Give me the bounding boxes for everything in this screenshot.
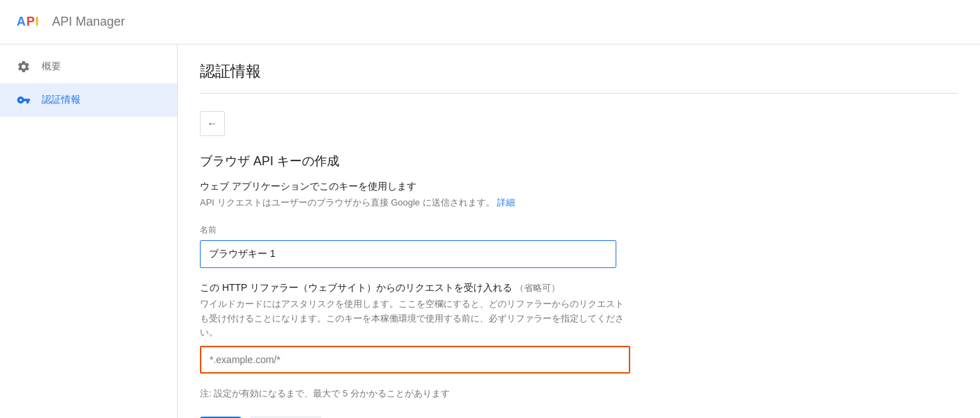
sidebar: 概要 認証情報 xyxy=(0,44,178,418)
referrer-input[interactable] xyxy=(200,346,630,374)
logo-i: I xyxy=(35,15,40,28)
http-desc: ワイルドカードにはアスタリスクを使用します。ここを空欄にすると、どのリファラーか… xyxy=(200,297,630,340)
api-logo: API xyxy=(17,15,40,29)
gear-icon xyxy=(17,60,31,74)
sidebar-label-overview: 概要 xyxy=(42,60,61,73)
content-area: ← ブラウザ API キーの作成 ウェブ アプリケーションでこのキーを使用します… xyxy=(200,94,958,418)
http-referrer-section: この HTTP リファラー（ウェブサイト）からのリクエストを受け入れる （省略可… xyxy=(200,282,958,374)
back-arrow-icon: ← xyxy=(207,117,218,130)
sidebar-item-overview[interactable]: 概要 xyxy=(0,50,177,83)
sidebar-label-credentials: 認証情報 xyxy=(42,94,81,106)
logo-area: API API Manager xyxy=(17,15,125,29)
logo-a: A xyxy=(17,15,26,28)
optional-label: （省略可） xyxy=(515,283,560,293)
key-icon xyxy=(17,93,31,107)
detail-link[interactable]: 詳細 xyxy=(497,197,515,208)
app-title: API Manager xyxy=(52,15,125,29)
note-text: 注: 設定が有効になるまで、最大で 5 分かかることがあります xyxy=(200,387,958,400)
subsection-title: ウェブ アプリケーションでこのキーを使用します xyxy=(200,181,958,193)
name-input[interactable] xyxy=(200,240,616,268)
page-title: 認証情報 xyxy=(200,61,958,94)
section-title: ブラウザ API キーの作成 xyxy=(200,153,958,169)
subsection-desc: API リクエストはユーザーのブラウザから直接 Google に送信されます。 … xyxy=(200,196,958,210)
logo-p: P xyxy=(26,15,35,28)
subsection-desc-text: API リクエストはユーザーのブラウザから直接 Google に送信されます。 xyxy=(200,197,495,208)
http-label: この HTTP リファラー（ウェブサイト）からのリクエストを受け入れる （省略可… xyxy=(200,282,958,294)
layout: 概要 認証情報 認証情報 ← ブラウザ API キーの作成 ウェブ アプリケーシ… xyxy=(0,44,980,418)
sidebar-item-credentials[interactable]: 認証情報 xyxy=(0,83,177,117)
logo-text: API xyxy=(17,15,40,29)
http-label-text: この HTTP リファラー（ウェブサイト）からのリクエストを受け入れる xyxy=(200,282,512,293)
header: API API Manager xyxy=(0,0,980,44)
name-label: 名前 xyxy=(200,224,958,236)
main-content: 認証情報 ← ブラウザ API キーの作成 ウェブ アプリケーションでこのキーを… xyxy=(178,44,980,418)
back-button[interactable]: ← xyxy=(200,111,225,136)
